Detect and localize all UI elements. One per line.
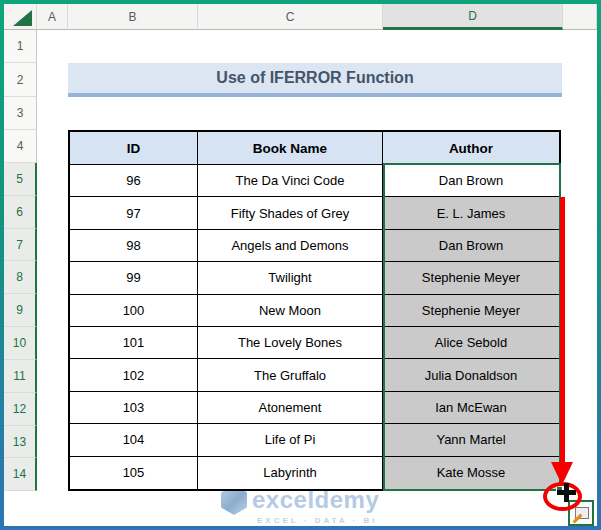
row-header-9[interactable]: 9 xyxy=(4,294,37,327)
table-header-author[interactable]: Author xyxy=(383,132,559,165)
row-header-8[interactable]: 8 xyxy=(4,261,37,294)
column-header-b[interactable]: B xyxy=(68,4,198,30)
row-header-6[interactable]: 6 xyxy=(4,196,37,229)
cell-c10-book[interactable]: The Lovely Bones xyxy=(198,327,383,359)
row-header-12[interactable]: 12 xyxy=(4,393,37,426)
cell-c11-book[interactable]: The Gruffalo xyxy=(198,359,383,391)
cell-d8-author[interactable]: Stephenie Meyer xyxy=(383,262,559,294)
row-header-14[interactable]: 14 xyxy=(4,458,37,491)
cell-c5-book[interactable]: The Da Vinci Code xyxy=(198,165,383,197)
cell-b8-id[interactable]: 99 xyxy=(70,262,198,294)
cell-d7-author[interactable]: Dan Brown xyxy=(383,230,559,262)
watermark-tagline: EXCEL · DATA · BI xyxy=(257,516,379,525)
autofill-options-button[interactable] xyxy=(568,500,594,526)
book-table: ID Book Name Author 96 The Da Vinci Code… xyxy=(68,130,561,491)
table-header-book-name[interactable]: Book Name xyxy=(198,132,383,165)
cell-b14-id[interactable]: 105 xyxy=(70,457,198,489)
cell-d14-author[interactable]: Kate Mosse xyxy=(383,457,559,489)
cell-d12-author[interactable]: Ian McEwan xyxy=(383,392,559,424)
cell-b7-id[interactable]: 98 xyxy=(70,230,198,262)
column-header-d-selected[interactable]: D xyxy=(383,4,563,30)
row-header-11[interactable]: 11 xyxy=(4,360,37,393)
cell-c12-book[interactable]: Atonement xyxy=(198,392,383,424)
cell-b10-id[interactable]: 101 xyxy=(70,327,198,359)
cell-d9-author[interactable]: Stephenie Meyer xyxy=(383,295,559,327)
cell-c14-book[interactable]: Labyrinth xyxy=(198,457,383,489)
table-header-id[interactable]: ID xyxy=(70,132,198,165)
select-all-triangle-icon xyxy=(13,10,32,26)
cell-b11-id[interactable]: 102 xyxy=(70,359,198,391)
column-header-c[interactable]: C xyxy=(198,4,383,30)
cell-d11-author[interactable]: Julia Donaldson xyxy=(383,359,559,391)
cell-d10-author[interactable]: Alice Sebold xyxy=(383,327,559,359)
row-header-5[interactable]: 5 xyxy=(4,163,37,196)
cell-b12-id[interactable]: 103 xyxy=(70,392,198,424)
column-header-filler xyxy=(563,4,597,30)
cell-c8-book[interactable]: Twilight xyxy=(198,262,383,294)
row-header-2[interactable]: 2 xyxy=(4,63,37,97)
title-banner-cell[interactable]: Use of IFERROR Function xyxy=(68,63,562,97)
cell-d13-author[interactable]: Yann Martel xyxy=(383,424,559,456)
cell-b6-id[interactable]: 97 xyxy=(70,197,198,229)
cell-d5-author-active[interactable]: Dan Brown xyxy=(383,165,559,197)
row-header-7[interactable]: 7 xyxy=(4,229,37,261)
column-header-a[interactable]: A xyxy=(37,4,68,30)
cell-b5-id[interactable]: 96 xyxy=(70,165,198,197)
cell-b9-id[interactable]: 100 xyxy=(70,295,198,327)
cell-c9-book[interactable]: New Moon xyxy=(198,295,383,327)
cell-b13-id[interactable]: 104 xyxy=(70,424,198,456)
cell-c7-book[interactable]: Angels and Demons xyxy=(198,230,383,262)
cell-c6-book[interactable]: Fifty Shades of Grey xyxy=(198,197,383,229)
row-header-13[interactable]: 13 xyxy=(4,426,37,458)
row-header-3[interactable]: 3 xyxy=(4,97,37,130)
exceldemy-watermark: exceldemy EXCEL · DATA · BI xyxy=(221,485,379,525)
row-header-10[interactable]: 10 xyxy=(4,327,37,360)
excel-screenshot: A B C D 1 2 3 4 5 6 7 8 9 10 11 12 13 14… xyxy=(0,0,601,530)
select-all-corner[interactable] xyxy=(4,4,37,30)
row-header-1[interactable]: 1 xyxy=(4,30,37,63)
row-header-4[interactable]: 4 xyxy=(4,130,37,163)
cell-c13-book[interactable]: Life of Pi xyxy=(198,424,383,456)
cell-d6-author[interactable]: E. L. James xyxy=(383,197,559,229)
